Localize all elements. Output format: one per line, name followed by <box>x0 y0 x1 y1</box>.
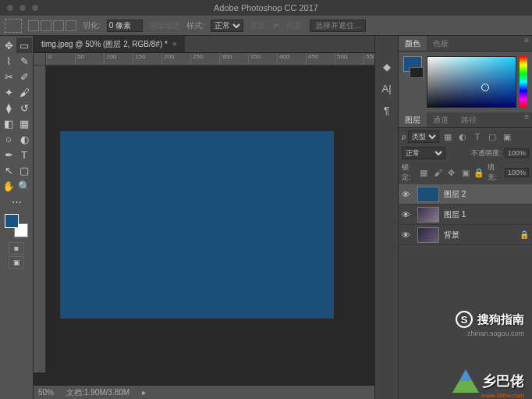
color-bg-swatch[interactable] <box>410 67 424 78</box>
quick-select-tool-icon[interactable]: ✎ <box>16 53 32 69</box>
filter-pixel-icon[interactable]: ▦ <box>442 130 454 143</box>
brush-tool-icon[interactable]: 🖌 <box>16 84 32 100</box>
clone-stamp-tool-icon[interactable]: ⧫ <box>1 100 16 116</box>
screen-mode-icon[interactable]: ▣ <box>9 256 24 269</box>
move-tool-icon[interactable]: ✥ <box>1 37 16 53</box>
lasso-tool-icon[interactable]: ⌇ <box>1 53 16 69</box>
crop-tool-icon[interactable]: ✂ <box>1 69 16 84</box>
paragraph-panel-icon[interactable]: ¶ <box>380 103 394 117</box>
layer-lock-row: 锁定: ▦ 🖌 ✥ ▣ 🔒 填充: 100% <box>399 161 532 184</box>
canvas[interactable] <box>60 131 334 319</box>
document-tab-title: timg.jpeg @ 50% (图层 2, RGB/8#) * <box>41 39 168 50</box>
zoom-tool-icon[interactable]: 🔍 <box>16 178 32 194</box>
feather-label: 羽化: <box>83 20 101 31</box>
layer-name-label[interactable]: 背景 <box>444 230 459 240</box>
width-label: 宽度: <box>250 20 268 31</box>
toolbox: ✥▭ ⌇✎ ✂✐ ✦🖌 ⧫↺ ◧▦ ○◐ ✒T ↖▢ ✋🔍 ⋯ ◙ ▣ <box>0 36 34 399</box>
layers-panel-tabs: 图层 通道 路径 ≡ <box>399 112 532 128</box>
layer-item[interactable]: 👁背景🔒 <box>399 225 532 245</box>
selection-new-icon[interactable] <box>28 20 39 31</box>
height-label: 高度: <box>286 20 303 31</box>
document-viewport[interactable]: 0501001502002503003504004505005506006507… <box>34 53 374 385</box>
lock-all-icon[interactable]: 🔒 <box>473 166 484 179</box>
visibility-eye-icon[interactable]: 👁 <box>402 230 413 240</box>
close-tab-icon[interactable]: × <box>172 40 177 48</box>
layers-panel-menu-icon[interactable]: ≡ <box>521 112 532 127</box>
healing-brush-tool-icon[interactable]: ✦ <box>1 84 16 100</box>
color-swatches[interactable] <box>5 214 28 237</box>
layers-panel: 图层 通道 路径 ≡ ρ 类型 ▦ ◐ T ▢ ▣ 正常 不透明度: 100% … <box>399 112 532 399</box>
color-marker-icon <box>481 84 489 91</box>
collapsed-panel-strip: ◆ A| ¶ <box>374 36 398 399</box>
layer-thumbnail[interactable] <box>417 227 439 243</box>
horizontal-ruler: 0501001502002503003504004505005506006507… <box>46 53 374 66</box>
shape-tool-icon[interactable]: ▢ <box>16 162 32 178</box>
blend-mode-select[interactable]: 正常 <box>402 147 445 159</box>
layer-item[interactable]: 👁图层 1 <box>399 205 532 225</box>
document-tab[interactable]: timg.jpeg @ 50% (图层 2, RGB/8#) * × <box>34 36 185 52</box>
path-select-tool-icon[interactable]: ↖ <box>1 162 16 178</box>
document-area: timg.jpeg @ 50% (图层 2, RGB/8#) * × 05010… <box>34 36 374 399</box>
paths-tab[interactable]: 路径 <box>455 112 483 127</box>
watermark-386w-url: www.386w.com <box>481 392 524 399</box>
character-panel-icon[interactable]: A| <box>380 81 394 95</box>
watermark-sogou: S 搜狗指南 <box>456 311 524 328</box>
select-and-mask-button[interactable]: 选择并遮住... <box>310 20 366 32</box>
filter-shape-icon[interactable]: ▢ <box>486 130 498 143</box>
document-info[interactable]: 文档:1.90M/3.80M <box>66 387 129 398</box>
antialias-label: 消除锯齿 <box>149 20 180 31</box>
marquee-tool-icon[interactable]: ▭ <box>16 37 32 53</box>
foreground-color-swatch[interactable] <box>5 214 19 228</box>
gradient-tool-icon[interactable]: ▦ <box>16 116 32 131</box>
type-tool-icon[interactable]: T <box>16 147 32 162</box>
layer-filter-select[interactable]: 类型 <box>408 130 439 143</box>
edit-toolbar-icon[interactable]: ⋯ <box>9 194 24 209</box>
selection-subtract-icon[interactable] <box>53 20 64 31</box>
layer-blend-row: 正常 不透明度: 100% <box>399 145 532 161</box>
lock-image-icon[interactable]: 🖌 <box>432 166 443 179</box>
layer-item[interactable]: 👁图层 2 <box>399 184 532 205</box>
layer-name-label[interactable]: 图层 2 <box>444 189 466 200</box>
layer-name-label[interactable]: 图层 1 <box>444 209 466 220</box>
lock-label: 锁定: <box>402 162 416 183</box>
channels-tab[interactable]: 通道 <box>427 112 455 127</box>
layer-thumbnail[interactable] <box>417 207 439 223</box>
fill-label: 填充: <box>488 162 502 183</box>
visibility-eye-icon[interactable]: 👁 <box>402 190 413 199</box>
blur-tool-icon[interactable]: ○ <box>1 131 16 147</box>
lock-position-icon[interactable]: ✥ <box>446 166 457 179</box>
hand-tool-icon[interactable]: ✋ <box>1 178 16 194</box>
color-tab[interactable]: 颜色 <box>399 36 427 51</box>
layer-thumbnail[interactable] <box>417 187 439 202</box>
selection-mode-group <box>28 20 76 31</box>
dodge-tool-icon[interactable]: ◐ <box>16 131 32 147</box>
filter-adjust-icon[interactable]: ◐ <box>456 130 469 143</box>
filter-smart-icon[interactable]: ▣ <box>501 130 513 143</box>
marquee-tool-indicator-icon[interactable] <box>5 19 22 33</box>
status-arrow-icon[interactable]: ▸ <box>142 388 146 397</box>
lock-icon: 🔒 <box>520 230 529 239</box>
lock-artboard-icon[interactable]: ▣ <box>460 166 471 179</box>
history-panel-icon[interactable]: ◆ <box>380 59 394 73</box>
opacity-value[interactable]: 100% <box>505 148 529 158</box>
pen-tool-icon[interactable]: ✒ <box>1 147 16 162</box>
history-brush-tool-icon[interactable]: ↺ <box>16 100 32 116</box>
swatches-tab[interactable]: 色板 <box>427 36 455 51</box>
style-select[interactable]: 正常 <box>211 20 243 32</box>
hue-slider[interactable] <box>520 56 527 108</box>
layers-tab[interactable]: 图层 <box>399 112 427 127</box>
eyedropper-tool-icon[interactable]: ✐ <box>16 69 32 84</box>
selection-add-icon[interactable] <box>41 20 51 31</box>
quick-mask-icon[interactable]: ◙ <box>9 242 24 255</box>
filter-type-icon[interactable]: T <box>471 130 484 143</box>
selection-intersect-icon[interactable] <box>66 20 76 31</box>
visibility-eye-icon[interactable]: 👁 <box>402 210 413 219</box>
color-field[interactable] <box>427 56 516 108</box>
fill-value[interactable]: 100% <box>505 168 529 177</box>
zoom-level[interactable]: 50% <box>38 388 54 397</box>
right-panels: 颜色 色板 ≡ 图层 通道 路径 ≡ ρ 类型 <box>398 36 532 399</box>
lock-transparent-icon[interactable]: ▦ <box>419 166 430 179</box>
panel-menu-icon[interactable]: ≡ <box>521 36 532 51</box>
eraser-tool-icon[interactable]: ◧ <box>1 116 16 131</box>
feather-input[interactable] <box>107 20 143 32</box>
